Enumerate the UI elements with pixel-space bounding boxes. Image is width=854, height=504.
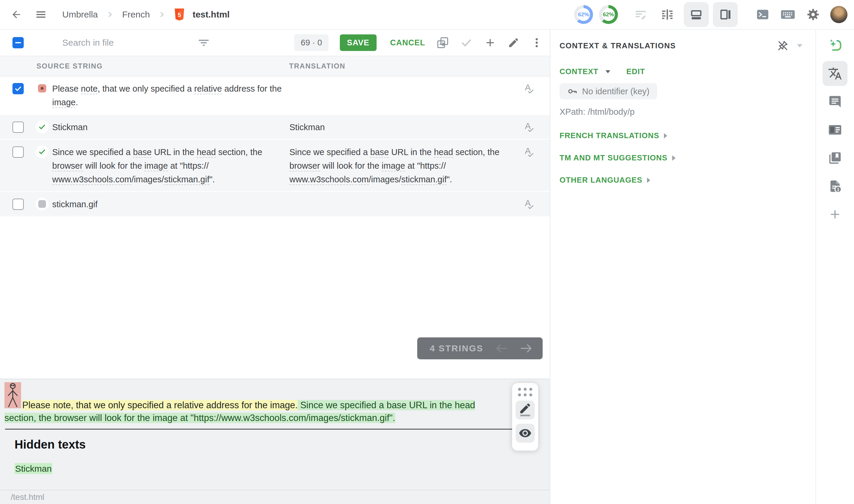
breadcrumb-project[interactable]: Umbrella: [62, 10, 98, 20]
breadcrumb-file[interactable]: test.html: [193, 10, 230, 20]
cancel-button[interactable]: CANCEL: [390, 38, 426, 48]
back-icon[interactable]: [11, 9, 22, 20]
unpin-icon[interactable]: [777, 40, 789, 52]
user-avatar[interactable]: [830, 6, 848, 23]
more-options-icon[interactable]: [531, 37, 542, 49]
chevron-right-icon: [106, 10, 114, 19]
ai-suggestions-icon[interactable]: [828, 38, 842, 53]
strings-toolbar: 69 · 0 SAVE CANCEL: [0, 30, 550, 56]
collapse-panel-icon[interactable]: [797, 44, 802, 48]
sidebar-title: CONTEXT & TRANSLATIONS: [559, 41, 676, 50]
gear-icon[interactable]: [806, 7, 820, 22]
translation-string[interactable]: Since we specified a base URL in the hea…: [289, 145, 510, 186]
approved-progress-ring[interactable]: 62%: [599, 5, 618, 24]
comments-icon[interactable]: [828, 95, 842, 108]
chevron-down-icon: [605, 70, 610, 73]
terminal-icon[interactable]: [755, 7, 770, 22]
file-path: /test.html: [11, 492, 45, 502]
row-checkbox[interactable]: [13, 199, 24, 210]
translation-string[interactable]: Stickman: [289, 120, 510, 134]
table-header: SOURCE STRING TRANSLATION: [0, 56, 550, 76]
string-row[interactable]: stickman.gifA: [0, 192, 550, 217]
html5-file-icon: 5: [174, 8, 185, 21]
right-panel-view-icon[interactable]: [713, 2, 738, 27]
draft-lines-icon: [634, 8, 647, 21]
chevron-right-icon: [647, 178, 650, 183]
preview-paragraph[interactable]: Please note, that we only specified a re…: [4, 382, 509, 425]
copy-source-icon[interactable]: [437, 36, 449, 49]
html-preview-pane: Please note, that we only specified a re…: [0, 379, 550, 504]
spellcheck-icon: A: [523, 83, 536, 95]
spellcheck-icon: A: [523, 198, 536, 211]
article-card-icon[interactable]: [828, 124, 842, 136]
preview-text-segment[interactable]: Please note, that we only specified a re…: [22, 400, 298, 410]
edit-context-button[interactable]: EDIT: [626, 67, 645, 76]
chevron-right-icon: [158, 10, 166, 19]
source-string[interactable]: Since we specified a base URL in the hea…: [52, 145, 289, 186]
breadcrumb: Umbrella French 5 test.html: [62, 8, 230, 21]
identifier-label: No identifier (key): [582, 87, 650, 96]
source-string[interactable]: Please note, that we only specified a re…: [52, 82, 289, 109]
spellcheck-icon: A: [523, 121, 536, 134]
string-rows: Please note, that we only specified a re…: [0, 76, 550, 217]
translation-column-header: TRANSLATION: [289, 62, 345, 70]
chevron-right-icon: [664, 133, 667, 139]
crowdin-editor: Umbrella French 5 test.html 62%: [0, 0, 854, 504]
sidebar-section-link[interactable]: TM AND MT SUGGESTIONS: [559, 153, 668, 162]
source-column-header: SOURCE STRING: [36, 62, 289, 70]
save-button[interactable]: SAVE: [340, 34, 377, 51]
filter-icon[interactable]: [197, 37, 211, 49]
menu-icon[interactable]: [35, 8, 47, 20]
source-string[interactable]: Stickman: [52, 120, 289, 134]
next-page-arrow-icon[interactable]: [520, 344, 532, 353]
svg-text:5: 5: [178, 12, 181, 18]
sidebar-section-link[interactable]: FRENCH TRANSLATIONS: [559, 131, 659, 140]
status-translated-icon: [36, 145, 49, 158]
row-checkbox[interactable]: [13, 146, 24, 158]
string-row[interactable]: Please note, that we only specified a re…: [0, 76, 550, 115]
row-checkbox[interactable]: [13, 83, 24, 94]
sidebar-sections: FRENCH TRANSLATIONSTM AND MT SUGGESTIONS…: [559, 131, 802, 185]
header-actions: 62% 62%: [574, 2, 848, 27]
bottom-panel-view-icon[interactable]: [684, 2, 709, 27]
file-path-bar: /test.html: [0, 490, 550, 504]
search-input[interactable]: [62, 38, 187, 48]
string-counter-badge: 69 · 0: [294, 34, 328, 51]
breadcrumb-language[interactable]: French: [122, 10, 150, 20]
hidden-text-item[interactable]: Stickman: [15, 464, 544, 474]
preview-edit-button[interactable]: [516, 400, 535, 419]
edit-pencil-icon[interactable]: [508, 37, 519, 49]
string-row[interactable]: Since we specified a base URL in the hea…: [0, 140, 550, 192]
approve-check-icon[interactable]: [460, 36, 473, 49]
status-translated-icon: [36, 120, 49, 133]
keyboard-icon[interactable]: [781, 8, 795, 21]
spellcheck-icon: A: [523, 146, 536, 159]
translated-progress-ring[interactable]: 62%: [574, 5, 593, 24]
context-dropdown[interactable]: CONTEXT: [559, 67, 599, 76]
string-row[interactable]: StickmanStickmanA: [0, 115, 550, 140]
status-untranslated-icon: [36, 82, 49, 95]
translate-panel-icon[interactable]: [822, 61, 848, 86]
strings-pane: 69 · 0 SAVE CANCEL: [0, 30, 550, 504]
sidebar-section-link[interactable]: OTHER LANGUAGES: [559, 176, 642, 185]
drag-handle-icon[interactable]: [518, 388, 532, 396]
identifier-pill: No identifier (key): [559, 83, 657, 99]
hidden-texts-heading: Hidden texts: [15, 438, 544, 451]
top-header: Umbrella French 5 test.html 62%: [0, 0, 854, 30]
source-string[interactable]: stickman.gif: [52, 197, 289, 211]
side-by-side-view-icon[interactable]: [655, 2, 680, 27]
empty-area: 4 STRINGS: [0, 217, 550, 379]
context-sidebar: CONTEXT & TRANSLATIONS CONTEXT EDIT No i…: [550, 30, 816, 504]
glossary-bookmark-icon[interactable]: [828, 151, 842, 165]
add-string-icon[interactable]: [484, 36, 496, 49]
select-all-checkbox[interactable]: [13, 37, 24, 48]
stickman-image[interactable]: [4, 382, 21, 408]
prev-page-arrow-icon[interactable]: [496, 344, 508, 353]
xpath-label: XPath: /html/body/p: [559, 107, 802, 117]
row-checkbox[interactable]: [13, 122, 24, 133]
add-panel-icon[interactable]: [829, 208, 841, 221]
preview-divider: [5, 429, 537, 430]
strings-count-badge: 4 STRINGS: [417, 337, 542, 359]
file-info-icon[interactable]: [828, 179, 842, 193]
preview-eye-button[interactable]: [516, 424, 535, 443]
